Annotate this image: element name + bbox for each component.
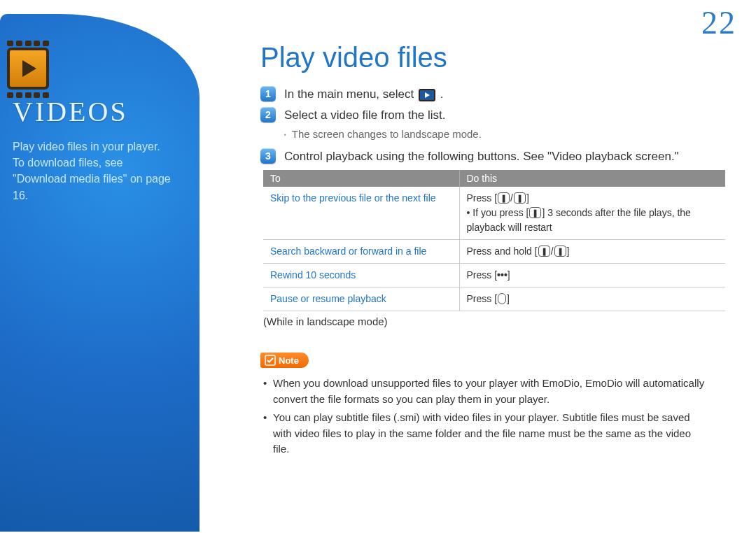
table-action: Pause or resume playback xyxy=(263,287,459,311)
sidebar-title: VIDEOS xyxy=(13,95,128,128)
sidebar-background xyxy=(0,14,200,532)
table-row: Search backward or forward in a file Pre… xyxy=(263,240,725,264)
playback-controls-table: To Do this Skip to the previous file or … xyxy=(263,170,725,311)
main-content: Play video files 1 In the main menu, sel… xyxy=(260,42,735,460)
step-badge-2: 2 xyxy=(260,107,276,122)
table-row: Rewind 10 seconds Press [•••] xyxy=(263,264,725,287)
note-item: You can play subtitle files (.smi) with … xyxy=(260,410,708,457)
table-do: Press and hold [❚/❚] xyxy=(459,240,725,264)
page-number: 22 xyxy=(701,4,736,41)
sidebar-intro: Play video files in your player. To down… xyxy=(13,138,174,204)
step-badge-3: 3 xyxy=(260,148,276,164)
table-action: Skip to the previous file or the next fi… xyxy=(263,187,459,240)
note-label: Note xyxy=(260,353,309,368)
table-header-to: To xyxy=(263,170,459,187)
step-1-text: In the main menu, select . xyxy=(284,86,443,103)
step-3-text: Control playback using the following but… xyxy=(284,148,679,165)
videos-icon xyxy=(7,48,49,90)
table-do: Press [ ] xyxy=(459,287,725,311)
step-2: 2 Select a video file from the list. xyxy=(260,107,735,124)
note-check-icon xyxy=(265,355,276,366)
table-action: Rewind 10 seconds xyxy=(263,264,459,287)
sidebar: VIDEOS Play video files in your player. … xyxy=(0,14,200,532)
note-list: When you download unsupported files to y… xyxy=(260,376,708,457)
table-do: Press [•••] xyxy=(459,264,725,287)
step-2-text: Select a video file from the list. xyxy=(284,107,446,124)
table-row: Pause or resume playback Press [ ] xyxy=(263,287,725,311)
table-action: Search backward or forward in a file xyxy=(263,240,459,264)
table-header-do: Do this xyxy=(459,170,725,187)
step-2-sub: The screen changes to landscape mode. xyxy=(284,128,735,140)
step-3: 3 Control playback using the following b… xyxy=(260,148,735,165)
step-1: 1 In the main menu, select . xyxy=(260,86,735,103)
table-do: Press [❚/❚] • If you press [❚] 3 seconds… xyxy=(459,187,725,240)
note-item: When you download unsupported files to y… xyxy=(260,376,708,407)
step-badge-1: 1 xyxy=(260,86,276,101)
video-menu-icon xyxy=(419,89,435,101)
table-footnote: (While in landscape mode) xyxy=(263,315,735,327)
film-sprocket-top xyxy=(7,41,49,46)
page-title: Play video files xyxy=(260,42,735,73)
table-row: Skip to the previous file or the next fi… xyxy=(263,187,725,240)
note-section: Note When you download unsupported files… xyxy=(260,353,735,457)
